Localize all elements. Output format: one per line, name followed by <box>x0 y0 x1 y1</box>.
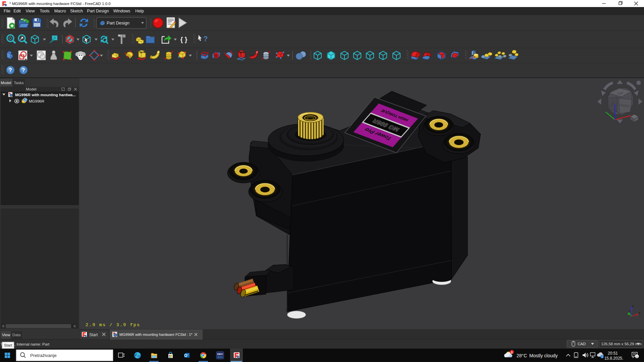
svg-text:Macro: Macro <box>54 9 66 13</box>
svg-text:View: View <box>26 9 35 13</box>
svg-text:, Internal name: Part: , Internal name: Part <box>14 342 50 346</box>
svg-text:{ }: { } <box>180 36 187 43</box>
svg-text:Pretraživanje: Pretraživanje <box>30 353 57 358</box>
svg-text:Data: Data <box>12 333 21 337</box>
svg-text:Tasks: Tasks <box>14 81 24 85</box>
svg-text:Mostly cloudy: Mostly cloudy <box>529 353 558 358</box>
svg-text:* MG996R with mounting hardwar: * MG996R with mounting hardware FCStd - … <box>9 2 111 6</box>
svg-text:Part Design: Part Design <box>107 20 129 25</box>
svg-text:?: ? <box>203 35 208 43</box>
svg-text:Z: Z <box>632 305 634 308</box>
svg-text:15.8.2025.: 15.8.2025. <box>604 356 624 361</box>
svg-text:Windows: Windows <box>113 9 130 13</box>
svg-text:20:51: 20:51 <box>608 351 618 356</box>
svg-text:2.9 ms / 3.9 fps: 2.9 ms / 3.9 fps <box>86 322 140 327</box>
svg-text:Model: Model <box>26 87 36 91</box>
svg-text:?: ? <box>9 67 12 73</box>
svg-text:1: 1 <box>636 355 638 358</box>
svg-text:MG996R: MG996R <box>29 99 44 103</box>
svg-text:Y: Y <box>629 310 631 313</box>
svg-text:C++: C++ <box>217 356 222 359</box>
svg-text:126,58 mm x 56,29 mm: 126,58 mm x 56,29 mm <box>601 342 642 346</box>
svg-text:MG996R with mounting hardware: MG996R with mounting hardware FCStd : 1* <box>119 333 193 337</box>
svg-text:28°C: 28°C <box>517 353 527 358</box>
svg-text:DEV: DEV <box>217 353 223 356</box>
svg-text:Help: Help <box>135 9 144 13</box>
svg-text:?: ? <box>22 67 25 73</box>
svg-text:1: 1 <box>511 351 513 354</box>
svg-text:Model: Model <box>1 81 11 85</box>
svg-text:File: File <box>4 9 10 13</box>
svg-text:CAD: CAD <box>578 342 586 346</box>
svg-text:X: X <box>639 311 641 314</box>
svg-text:Start: Start <box>89 333 98 337</box>
svg-text:Part Design: Part Design <box>87 9 109 13</box>
svg-text:Edit: Edit <box>13 9 21 13</box>
svg-text:Start: Start <box>4 343 12 347</box>
svg-text:Tools: Tools <box>40 9 49 13</box>
svg-text:MG996R with mounting hardwa...: MG996R with mounting hardwa... <box>15 93 76 97</box>
svg-text:Sketch: Sketch <box>70 9 83 13</box>
svg-text:View: View <box>2 333 10 337</box>
